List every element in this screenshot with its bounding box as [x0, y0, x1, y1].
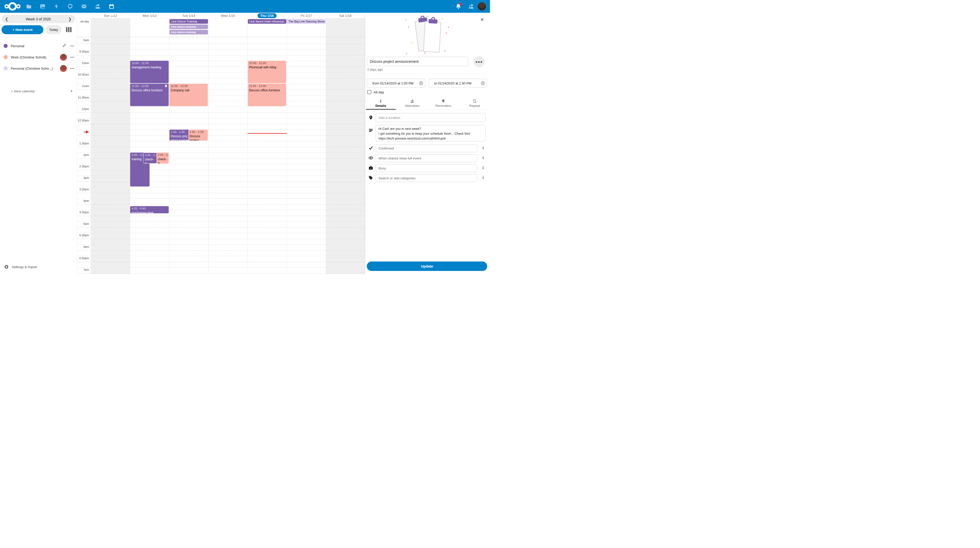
- day-header-fri[interactable]: Fri 1/17: [286, 13, 326, 18]
- allday-event[interactable]: Line dance training: [169, 30, 208, 35]
- tab-label: Repeat: [469, 104, 480, 108]
- app-mail-icon[interactable]: [81, 3, 87, 10]
- app-talk-icon[interactable]: [67, 3, 73, 10]
- day-header-thu[interactable]: Thu 1/16: [248, 13, 286, 18]
- time-label: 4:30pm: [77, 211, 89, 214]
- event-editor-panel: ✕ ●●● 2 days ago from 01/14/2020 at 1:00…: [365, 13, 490, 274]
- day-header-sat[interactable]: Sat 1/18: [326, 13, 365, 18]
- tab-details[interactable]: Details: [365, 97, 396, 110]
- calendar-event[interactable]: 1:00 - 1:30Discuss proj announcement: [169, 130, 189, 141]
- time-label: 5pm: [77, 222, 89, 225]
- calendar-item-2[interactable]: Work (Christine Schott)•••: [0, 52, 76, 63]
- field-info-icon[interactable]: i: [480, 146, 486, 151]
- tag-icon: [369, 176, 373, 180]
- app-photos-icon[interactable]: [40, 3, 46, 10]
- share-link-icon[interactable]: [60, 44, 68, 48]
- clipboard-illustration: [404, 15, 452, 56]
- allday-event[interactable]: The Big Line Dancing Show: [287, 19, 325, 24]
- calendar-event[interactable]: 10:00 - 11:00Phonecall with Abby: [248, 61, 286, 83]
- slot-line: [77, 204, 365, 205]
- all-day-checkbox[interactable]: [367, 90, 371, 94]
- update-button[interactable]: Update: [367, 262, 487, 271]
- field-info-icon[interactable]: i: [480, 165, 486, 171]
- calendar-event[interactable]: 11:00 - 12:00Discuss office furniture: [130, 84, 169, 106]
- event-time-label: 11:00 - 12:00: [249, 84, 285, 88]
- app-files-icon[interactable]: [26, 3, 32, 10]
- settings-import-button[interactable]: Settings & import: [0, 262, 76, 272]
- app-activity-icon[interactable]: [53, 3, 59, 10]
- app-contacts-icon[interactable]: [95, 3, 101, 10]
- location-input[interactable]: [375, 113, 486, 122]
- close-icon[interactable]: ✕: [478, 16, 486, 24]
- user-avatar[interactable]: [478, 2, 486, 11]
- all-day-toggle[interactable]: All day: [367, 90, 384, 94]
- field-briefcase-select[interactable]: Busy: [375, 164, 477, 172]
- allday-event[interactable]: Line dance main rehearsal: [248, 19, 286, 24]
- event-title-input[interactable]: [367, 57, 468, 66]
- day-header-mon[interactable]: Mon 1/13: [130, 13, 169, 18]
- calendar-actions-icon[interactable]: •••: [68, 56, 76, 59]
- calendar-event[interactable]: 2:00 - 2:30check-in: [143, 152, 157, 164]
- new-calendar-label: + New calendar: [11, 89, 66, 93]
- tab-repeat[interactable]: Repeat: [459, 97, 490, 110]
- new-event-button[interactable]: + New event: [2, 25, 43, 34]
- field-check-select[interactable]: Confirmed: [375, 144, 477, 152]
- calendar-actions-icon[interactable]: •••: [68, 44, 76, 48]
- notifications-bell-icon[interactable]: [455, 3, 461, 10]
- timezone-globe-icon[interactable]: [480, 81, 485, 86]
- time-label: 5:30pm: [77, 234, 89, 237]
- time-label: 2:30pm: [77, 165, 89, 168]
- time-label: 2pm: [77, 153, 89, 156]
- app-calendar-icon[interactable]: [108, 3, 115, 10]
- new-calendar-button[interactable]: + New calendar +: [0, 86, 76, 96]
- previous-week-button[interactable]: ❮: [2, 17, 12, 21]
- calendar-event[interactable]: 11:00 - 12:00Company call: [169, 84, 208, 106]
- field-tag-select[interactable]: Search or add categories: [375, 174, 477, 182]
- nextcloud-logo[interactable]: [5, 2, 21, 11]
- allday-event[interactable]: Line Dance Training: [169, 19, 208, 24]
- event-time-label: 2:00 - 2:30: [145, 153, 156, 157]
- weekend-column-background: [326, 18, 365, 274]
- contacts-menu-icon[interactable]: [468, 3, 474, 10]
- allday-event[interactable]: Line dance training: [169, 24, 208, 29]
- calendar-actions-icon[interactable]: •••: [68, 67, 76, 70]
- description-textarea[interactable]: Hi Carl! are you in next week? I got som…: [375, 125, 486, 141]
- event-time-label: 11:00 - 12:00: [171, 84, 207, 88]
- tab-label: Attendees: [404, 104, 420, 108]
- slot-line: [77, 124, 365, 124]
- calendar-item-3[interactable]: Personal (Christine Scho...)•••: [0, 63, 76, 74]
- event-title-label: check-in: [158, 157, 167, 164]
- view-mode-toggle[interactable]: [66, 27, 72, 32]
- field-info-icon[interactable]: i: [480, 156, 486, 161]
- day-header-wed[interactable]: Wed 1/15: [208, 13, 247, 18]
- calendar-event[interactable]: 1:00 - 1:30Discuss project: [188, 130, 208, 141]
- calendar-event[interactable]: 11:00 - 12:00Discuss office furniture: [248, 84, 286, 106]
- calendar-event[interactable]: 10:00 - 11:00management meeting: [130, 61, 169, 83]
- event-time-label: 11:00 - 12:00: [131, 84, 167, 88]
- event-start-input[interactable]: from 01/14/2020 at 1:00 PM: [367, 79, 425, 88]
- bell-icon: [441, 99, 445, 103]
- field-eye-select[interactable]: When shared show full event: [375, 154, 477, 162]
- slot-line: [77, 72, 365, 73]
- time-label: 7pm: [77, 268, 89, 271]
- event-title-label: check-in: [145, 157, 156, 164]
- timezone-globe-icon[interactable]: [419, 81, 423, 86]
- notification-dot: [460, 3, 462, 5]
- day-header-tue[interactable]: Tue 1/14: [169, 13, 208, 18]
- event-title-label: management meeting: [131, 65, 167, 69]
- event-end-input[interactable]: to 01/14/2020 at 1:30 PM: [428, 79, 487, 88]
- calendar-name-label: Work (Christine Schott): [11, 56, 60, 59]
- tab-label: Reminders: [435, 104, 452, 108]
- event-actions-menu-button[interactable]: ●●●: [473, 56, 485, 67]
- next-week-button[interactable]: ❯: [65, 17, 75, 21]
- today-button[interactable]: Today: [46, 25, 62, 34]
- field-info-icon[interactable]: i: [480, 176, 486, 181]
- event-title-label: purchasing dept: [131, 211, 167, 213]
- reminder-bell-icon: [164, 84, 168, 88]
- last-modified-label: 2 days ago: [367, 68, 383, 71]
- calendar-item-1[interactable]: Personal•••: [0, 40, 76, 52]
- tab-attendees[interactable]: Attendees: [396, 97, 428, 110]
- tab-reminders[interactable]: Reminders: [428, 97, 459, 110]
- calendar-event[interactable]: 2:00 - 2:30check-in: [156, 152, 169, 164]
- calendar-event[interactable]: 4:20 - 4:40purchasing dept: [130, 206, 169, 213]
